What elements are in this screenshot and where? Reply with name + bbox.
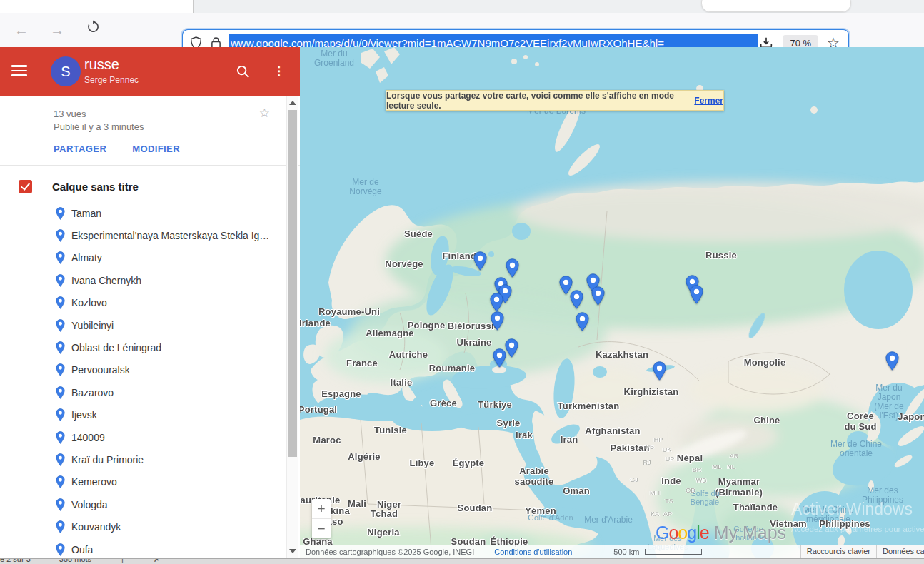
- place-label: Kemerovo: [71, 476, 117, 488]
- place-item[interactable]: Kemerovo: [0, 471, 300, 493]
- place-item[interactable]: Taman: [0, 202, 300, 224]
- place-label: Taman: [71, 208, 101, 219]
- published-time: Publié il y a 3 minutes: [54, 121, 300, 134]
- active-tab[interactable]: [0, 0, 194, 13]
- map-pin[interactable]: [690, 285, 703, 304]
- mymaps-sidebar: S russe Serge Pennec ⋮ 13 vues Publié il…: [0, 47, 300, 558]
- place-item[interactable]: Vologda: [0, 493, 300, 515]
- place-pin-icon: [56, 274, 65, 287]
- map-pin[interactable]: [885, 351, 899, 371]
- background-statusbar: e 2 sur 3 358 mots | ✗: [0, 558, 924, 564]
- map-pin[interactable]: [591, 286, 605, 306]
- map-pin[interactable]: [490, 293, 503, 312]
- map-canvas[interactable]: Mer du GroenlandMer de BarentsMer de Nor…: [300, 47, 924, 558]
- search-icon[interactable]: [236, 64, 251, 82]
- place-label: Eksperimental'naya Masterskaya Stekla Ig…: [71, 230, 271, 241]
- place-item[interactable]: Pervoouralsk: [0, 359, 300, 381]
- map-pin[interactable]: [570, 290, 583, 309]
- map-pin[interactable]: [473, 251, 487, 271]
- scale-bar: [645, 549, 702, 555]
- place-pin-icon: [56, 319, 65, 332]
- zoom-in-button[interactable]: +: [312, 499, 331, 519]
- screen: ← → www.google.com/maps/d/u/0/viewer?mid…: [0, 0, 924, 564]
- scroll-up-icon[interactable]: [289, 101, 296, 105]
- map-pins-layer: [300, 47, 924, 558]
- proofing-icon: ✗: [154, 558, 160, 564]
- place-item[interactable]: Kouvandyk: [0, 515, 300, 538]
- place-item[interactable]: Kraï du Primorie: [0, 448, 300, 470]
- page-indicator: e 2 sur 3: [0, 558, 31, 564]
- place-label: Kouvandyk: [71, 521, 121, 533]
- places-list: Taman Eksperimental'naya Masterskaya Ste…: [0, 202, 300, 558]
- place-pin-icon: [56, 341, 65, 354]
- map-title: russe: [84, 56, 119, 73]
- sidebar-scrollbar[interactable]: [286, 96, 298, 558]
- place-item[interactable]: Almaty: [0, 247, 300, 269]
- place-label: Ijevsk: [71, 409, 97, 421]
- map-data-button[interactable]: Données cart: [876, 545, 924, 558]
- place-item[interactable]: Oblast de Léningrad: [0, 336, 300, 358]
- terms-link[interactable]: Conditions d'utilisation: [494, 548, 572, 556]
- place-label: Oblast de Léningrad: [71, 342, 161, 353]
- share-button[interactable]: PARTAGER: [54, 143, 106, 154]
- scrollbar-thumb[interactable]: [288, 110, 297, 457]
- place-label: Oufa: [71, 544, 93, 555]
- back-button[interactable]: ←: [11, 20, 31, 40]
- map-zoom-control: + −: [312, 499, 331, 538]
- place-label: Bazarovo: [71, 387, 114, 398]
- favorite-star-icon[interactable]: ☆: [259, 106, 270, 121]
- place-item[interactable]: Oufa: [0, 538, 300, 558]
- place-label: Almaty: [71, 252, 102, 263]
- place-item[interactable]: Ijevsk: [0, 404, 300, 426]
- place-label: Ivana Chernykh: [71, 275, 141, 286]
- tab-pill[interactable]: [701, 0, 851, 12]
- kebab-menu-icon[interactable]: ⋮: [273, 63, 285, 80]
- place-pin-icon: [56, 520, 65, 533]
- place-pin-icon: [56, 363, 65, 376]
- attribution-text: Données cartographiques ©2025 Google, IN…: [306, 548, 474, 556]
- layer-section: Calque sans titre Taman Eksperimental'na…: [0, 166, 300, 558]
- layer-title: Calque sans titre: [52, 181, 139, 193]
- forward-button[interactable]: →: [47, 20, 67, 40]
- place-label: Vologda: [71, 499, 108, 510]
- map-pin[interactable]: [653, 361, 666, 381]
- place-pin-icon: [56, 431, 65, 444]
- map-pin[interactable]: [491, 311, 504, 331]
- map-meta: 13 vues Publié il y a 3 minutes PARTAGER…: [0, 96, 300, 166]
- place-pin-icon: [56, 207, 65, 220]
- scroll-down-icon[interactable]: [289, 549, 296, 553]
- keyboard-shortcuts-button[interactable]: Raccourcis clavier: [800, 545, 876, 558]
- menu-icon[interactable]: [11, 65, 27, 79]
- place-item[interactable]: Eksperimental'naya Masterskaya Stekla Ig…: [0, 224, 300, 246]
- readonly-banner: Lorsque vous partagez votre carte, voici…: [386, 90, 724, 111]
- place-label: Kraï du Primorie: [71, 454, 144, 465]
- place-item[interactable]: Bazarovo: [0, 381, 300, 403]
- place-label: Pervoouralsk: [71, 364, 130, 376]
- zoom-out-button[interactable]: −: [312, 519, 331, 538]
- reload-button[interactable]: [83, 19, 103, 39]
- map-pin[interactable]: [506, 258, 519, 278]
- browser-tabstrip: [0, 0, 924, 13]
- place-pin-icon: [56, 251, 65, 264]
- banner-close-link[interactable]: Fermer: [694, 96, 723, 106]
- place-label: Kozlovo: [71, 297, 107, 308]
- layer-checkbox[interactable]: [19, 180, 32, 193]
- banner-text: Lorsque vous partagez votre carte, voici…: [386, 91, 691, 111]
- modify-button[interactable]: MODIFIER: [132, 143, 180, 154]
- map-author: Serge Pennec: [84, 75, 139, 85]
- place-label: 140009: [71, 432, 105, 443]
- place-pin-icon: [56, 229, 65, 242]
- place-pin-icon: [56, 475, 65, 488]
- place-pin-icon: [56, 498, 65, 511]
- place-pin-icon: [56, 543, 65, 556]
- place-item[interactable]: Yubileinyi: [0, 314, 300, 336]
- map-pin[interactable]: [493, 348, 506, 368]
- map-pin[interactable]: [505, 338, 518, 358]
- map-pin[interactable]: [576, 312, 589, 331]
- place-pin-icon: [56, 386, 65, 399]
- avatar[interactable]: S: [51, 56, 81, 86]
- place-item[interactable]: Ivana Chernykh: [0, 269, 300, 291]
- word-count: 358 mots: [59, 558, 91, 564]
- place-item[interactable]: 140009: [0, 426, 300, 448]
- place-item[interactable]: Kozlovo: [0, 292, 300, 314]
